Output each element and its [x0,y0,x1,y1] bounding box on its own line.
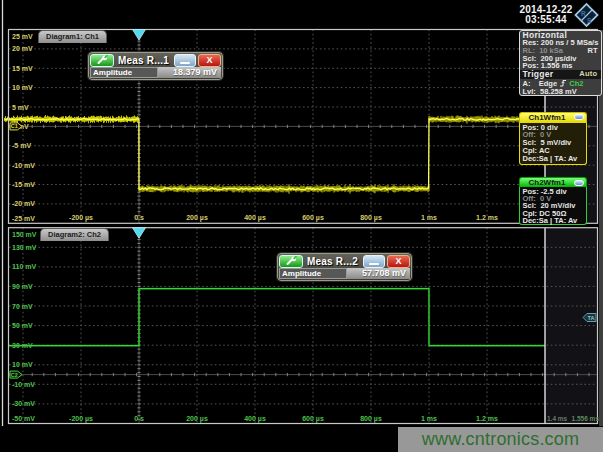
svg-text:0 s: 0 s [134,214,144,221]
svg-text:10 mV: 10 mV [12,84,33,91]
svg-text:5 mV: 5 mV [12,104,29,111]
svg-text:25 mV: 25 mV [12,33,33,40]
svg-text:1 ms: 1 ms [421,214,437,221]
svg-text:1.4 ms: 1.4 ms [547,415,568,422]
svg-text:-20 mV: -20 mV [12,200,35,207]
svg-text:C2: C2 [11,372,18,378]
svg-text:-30 mV: -30 mV [12,400,35,407]
svg-text:400 µs: 400 µs [244,415,266,423]
svg-text:-25 mV: -25 mV [12,215,35,222]
svg-text:R: R [581,10,586,17]
svg-text:20 mV: 20 mV [12,45,33,52]
svg-text:15 mV: 15 mV [12,65,33,72]
svg-text:-200 µs: -200 µs [69,415,93,423]
svg-text:800 µs: 800 µs [360,415,382,423]
svg-text:-50 mV: -50 mV [12,415,35,422]
svg-text:TA: TA [588,315,595,321]
svg-text:30 mV: 30 mV [12,342,33,349]
svg-text:70 mV: 70 mV [12,303,33,310]
svg-text:400 µs: 400 µs [244,214,266,222]
svg-text:1.2 ms: 1.2 ms [476,214,498,221]
svg-text:-200 µs: -200 µs [69,214,93,222]
svg-text:800 µs: 800 µs [360,214,382,222]
svg-text:50 mV: 50 mV [12,322,33,329]
svg-text:-10 mV: -10 mV [12,381,35,388]
svg-text:110 mV: 110 mV [12,263,36,270]
svg-text:200 µs: 200 µs [186,214,208,222]
svg-text:S: S [587,17,592,24]
svg-text:1 ms: 1 ms [421,415,437,422]
svg-text:200 µs: 200 µs [186,415,208,423]
svg-text:150 mV: 150 mV [12,231,37,238]
svg-text:0 s: 0 s [134,415,144,422]
svg-text:10 mV: 10 mV [12,361,33,368]
svg-text:1.2 ms: 1.2 ms [476,415,498,422]
svg-text:600 µs: 600 µs [302,415,324,423]
svg-text:-5 mV: -5 mV [12,142,31,149]
svg-text:600 µs: 600 µs [302,214,324,222]
svg-text:C1: C1 [11,123,18,129]
svg-text:-15 mV: -15 mV [12,181,35,188]
svg-text:90 mV: 90 mV [12,283,33,290]
svg-text:-10 mV: -10 mV [12,162,35,169]
svg-text:1.556 ms: 1.556 ms [572,415,600,422]
svg-text:130 mV: 130 mV [12,244,37,251]
